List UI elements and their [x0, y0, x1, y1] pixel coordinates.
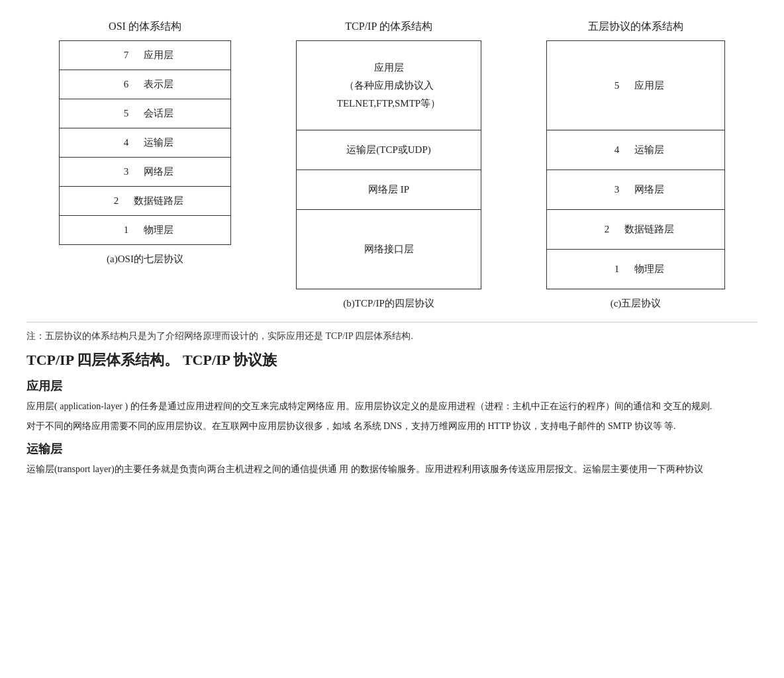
subsection-transport: 运输层 运输层(transport layer)的主要任务就是负责向两台主机进程…: [26, 441, 758, 477]
osi-title: OSI 的体系结构: [109, 20, 181, 34]
subsection-app-para2: 对于不同的网络应用需要不同的应用层协议。在互联网中应用层协议很多，如域 名系统 …: [26, 418, 758, 434]
five-table: 5应用层 4运输层 3网络层: [546, 40, 725, 289]
subsection-transport-title: 运输层: [26, 441, 758, 457]
page-container: OSI 的体系结构 7应用层 6表示层 5会话层 4运输层 3网络层 2数据链路…: [26, 20, 758, 478]
divider: [26, 322, 758, 322]
tcpip-column: TCP/IP 的体系结构 应用层（各种应用成协议入TELNET,FTP,SMTP…: [296, 20, 481, 310]
osi-caption: (a)OSI的七层协议: [107, 253, 183, 266]
five-column: 五层协议的体系结构 5应用层 4运输层: [546, 20, 725, 310]
five-caption: (c)五层协议: [611, 297, 662, 310]
note-text: 注：五层协议的体系结构只是为了介绍网络原理而设计的，实际应用还是 TCP/IP …: [26, 330, 758, 342]
subsection-app: 应用层 应用层( application-layer ) 的任务是通过应用进程间…: [26, 378, 758, 434]
five-title: 五层协议的体系结构: [588, 20, 683, 34]
tcpip-title: TCP/IP 的体系结构: [345, 20, 432, 34]
tcpip-caption: (b)TCP/IP的四层协议: [343, 297, 434, 310]
subsection-app-title: 应用层: [26, 378, 758, 394]
main-heading: TCP/IP 四层体系结构。 TCP/IP 协议族: [26, 350, 758, 370]
tcpip-table: 应用层（各种应用成协议入TELNET,FTP,SMTP等） 运输层(TCP或UD…: [296, 40, 481, 289]
osi-column: OSI 的体系结构 7应用层 6表示层 5会话层 4运输层 3网络层 2数据链路…: [59, 20, 231, 266]
osi-table: 7应用层 6表示层 5会话层 4运输层 3网络层 2数据链路层 1物理层: [59, 40, 231, 245]
subsection-transport-para1: 运输层(transport layer)的主要任务就是负责向两台主机进程之间的通…: [26, 461, 758, 477]
subsection-app-para1: 应用层( application-layer ) 的任务是通过应用进程间的交互来…: [26, 398, 758, 414]
diagram-section: OSI 的体系结构 7应用层 6表示层 5会话层 4运输层 3网络层 2数据链路…: [26, 20, 758, 310]
